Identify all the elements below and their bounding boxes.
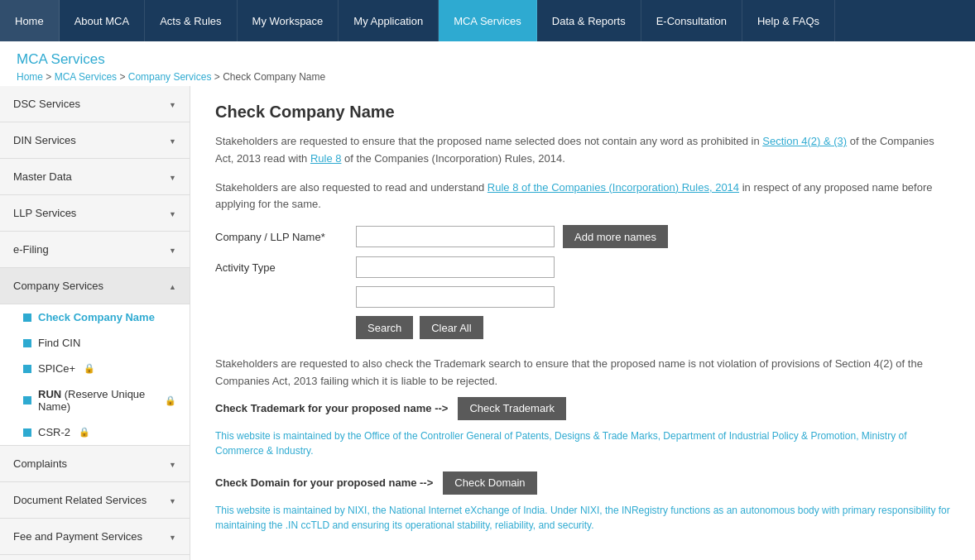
sidebar-item-fee-payment[interactable]: Fee and Payment Services <box>0 519 190 555</box>
trademark-note: This website is maintained by the Office… <box>215 428 950 458</box>
sidebar-item-complaints[interactable]: Complaints <box>0 446 190 482</box>
bullet-icon <box>23 396 31 404</box>
section-link[interactable]: Section 4(2) & (3) <box>762 135 847 147</box>
check-trademark-button[interactable]: Check Trademark <box>458 397 566 420</box>
bullet-icon <box>23 339 31 347</box>
sidebar-sub-spice[interactable]: SPICe+ 🔒 <box>0 356 190 381</box>
trademark-btn-row: Check Trademark for your proposed name -… <box>215 397 950 420</box>
main-nav: HomeAbout MCAActs & RulesMy WorkspaceMy … <box>0 0 975 41</box>
chevron-down-icon <box>169 136 176 146</box>
lock-icon: 🔒 <box>84 363 95 374</box>
breadcrumb-mca-services[interactable]: MCA Services <box>55 71 117 83</box>
company-llp-input[interactable] <box>356 226 555 247</box>
activity-type-row: Activity Type <box>215 256 950 278</box>
domain-label: Check Domain for your proposed name --> <box>215 476 433 489</box>
chevron-down-icon <box>169 99 176 109</box>
trademark-label: Check Trademark for your proposed name -… <box>215 402 448 414</box>
breadcrumb-current: Check Company Name <box>223 71 325 83</box>
nav-item-about-mca[interactable]: About MCA <box>60 0 145 41</box>
nav-item-mca-services[interactable]: MCA Services <box>439 0 537 41</box>
sidebar: DSC Services DIN Services Master Data LL… <box>0 86 190 560</box>
search-button[interactable]: Search <box>356 316 413 339</box>
chevron-down-icon <box>169 208 176 218</box>
main-content: Check Company Name Stakeholders are requ… <box>190 86 975 560</box>
company-llp-label: Company / LLP Name* <box>215 231 348 243</box>
nav-item-acts--rules[interactable]: Acts & Rules <box>145 0 237 41</box>
nav-item-help--faqs[interactable]: Help & FAQs <box>742 0 835 41</box>
check-domain-button[interactable]: Check Domain <box>443 471 536 495</box>
bullet-icon <box>23 365 31 373</box>
search-row: Search Clear All <box>356 316 950 339</box>
bullet-icon <box>23 314 31 322</box>
rule8-link2[interactable]: Rule 8 of the Companies (Incorporation) … <box>488 181 739 194</box>
activity-type-label: Activity Type <box>215 261 348 274</box>
lock-icon: 🔒 <box>165 395 176 406</box>
page-layout: DSC Services DIN Services Master Data LL… <box>0 86 975 560</box>
sidebar-item-din-services[interactable]: DIN Services <box>0 122 190 159</box>
service-title: MCA Services <box>17 51 958 68</box>
check-name-form: Company / LLP Name* Add more names Activ… <box>215 225 950 339</box>
chevron-down-icon <box>169 172 176 182</box>
chevron-down-icon <box>169 495 176 505</box>
nav-item-home[interactable]: Home <box>0 0 60 41</box>
notice-text-1: Stakeholders are requested to ensure tha… <box>215 133 950 168</box>
extra-input[interactable] <box>356 286 555 308</box>
company-llp-row: Company / LLP Name* Add more names <box>215 225 950 248</box>
page-title: Check Company Name <box>215 103 950 122</box>
sidebar-sub-company-services: Check Company Name Find CIN SPICe+ 🔒 RUN… <box>0 304 190 446</box>
breadcrumb: Home > MCA Services > Company Services >… <box>17 71 958 83</box>
nav-item-my-workspace[interactable]: My Workspace <box>238 0 339 41</box>
bullet-icon <box>23 428 31 437</box>
notice-text-2: Stakeholders are also requested to read … <box>215 179 950 214</box>
chevron-up-icon <box>169 281 176 291</box>
lock-icon: 🔒 <box>79 427 90 438</box>
sidebar-item-dsc-services[interactable]: DSC Services <box>0 86 190 122</box>
sidebar-item-master-data[interactable]: Master Data <box>0 159 190 195</box>
domain-note: This website is maintained by NIXI, the … <box>215 503 950 533</box>
sidebar-sub-run[interactable]: RUN (Reserve Unique Name) 🔒 <box>0 381 190 419</box>
sidebar-item-document-services[interactable]: Document Related Services <box>0 482 190 519</box>
sidebar-item-llp-services[interactable]: LLP Services <box>0 195 190 232</box>
trademark-notice: Stakeholders are requested to also check… <box>215 356 950 390</box>
sidebar-sub-csr2[interactable]: CSR-2 🔒 <box>0 419 190 445</box>
trademark-section: Stakeholders are requested to also check… <box>215 356 950 458</box>
chevron-down-icon <box>169 459 176 469</box>
page-header: MCA Services Home > MCA Services > Compa… <box>0 41 975 86</box>
sidebar-sub-check-company-name[interactable]: Check Company Name <box>0 304 190 330</box>
extra-input-row <box>356 286 950 308</box>
rule8-link[interactable]: Rule 8 <box>310 152 342 165</box>
nav-item-data--reports[interactable]: Data & Reports <box>537 0 641 41</box>
clear-all-button[interactable]: Clear All <box>420 316 483 339</box>
domain-section: Check Domain for your proposed name --> … <box>215 471 950 533</box>
sidebar-item-efiling[interactable]: e-Filing <box>0 232 190 268</box>
activity-type-input[interactable] <box>356 256 555 278</box>
chevron-down-icon <box>169 532 176 542</box>
sidebar-item-company-services[interactable]: Company Services <box>0 268 190 304</box>
add-more-names-button[interactable]: Add more names <box>563 225 668 248</box>
domain-btn-row: Check Domain for your proposed name --> … <box>215 471 950 495</box>
nav-item-my-application[interactable]: My Application <box>339 0 439 41</box>
breadcrumb-company-services[interactable]: Company Services <box>128 71 212 83</box>
sidebar-sub-find-cin[interactable]: Find CIN <box>0 330 190 356</box>
nav-item-e-consultation[interactable]: E-Consultation <box>641 0 742 41</box>
chevron-down-icon <box>169 245 176 255</box>
breadcrumb-home[interactable]: Home <box>17 71 43 83</box>
